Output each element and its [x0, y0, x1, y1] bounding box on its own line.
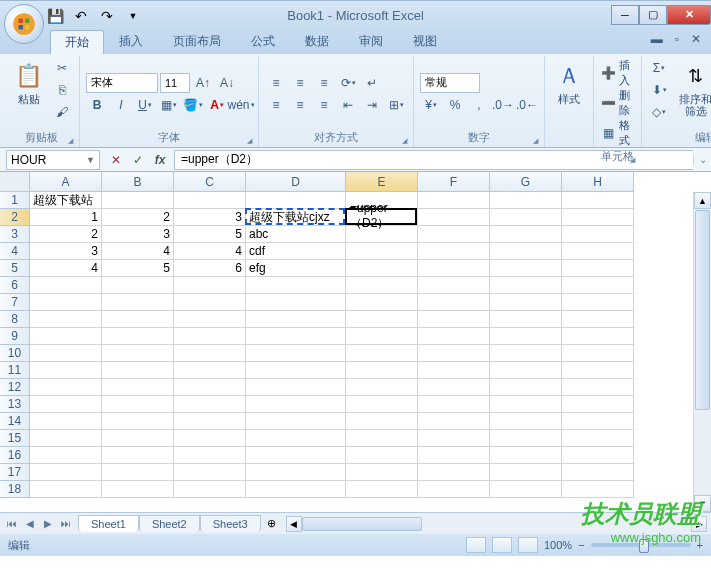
- cell-D8[interactable]: [246, 311, 346, 328]
- cell-D1[interactable]: [246, 192, 346, 209]
- cell-E7[interactable]: [346, 294, 418, 311]
- cell-C10[interactable]: [174, 345, 246, 362]
- cell-D6[interactable]: [246, 277, 346, 294]
- comma-format-icon[interactable]: ,: [468, 95, 490, 115]
- page-layout-view-icon[interactable]: [492, 537, 512, 553]
- align-top-icon[interactable]: ≡: [265, 73, 287, 93]
- row-header-10[interactable]: 10: [0, 345, 30, 362]
- row-header-3[interactable]: 3: [0, 226, 30, 243]
- cell-F7[interactable]: [418, 294, 490, 311]
- cell-C2[interactable]: 3: [174, 209, 246, 226]
- cell-B14[interactable]: [102, 413, 174, 430]
- increase-font-icon[interactable]: A↑: [192, 73, 214, 93]
- row-header-7[interactable]: 7: [0, 294, 30, 311]
- undo-icon[interactable]: ↶: [70, 5, 92, 27]
- cell-F16[interactable]: [418, 447, 490, 464]
- cell-G8[interactable]: [490, 311, 562, 328]
- cell-E2[interactable]: =upper（D2）: [346, 209, 418, 226]
- autosum-icon[interactable]: Σ: [648, 58, 670, 78]
- cell-B11[interactable]: [102, 362, 174, 379]
- row-header-6[interactable]: 6: [0, 277, 30, 294]
- cell-A6[interactable]: [30, 277, 102, 294]
- row-header-5[interactable]: 5: [0, 260, 30, 277]
- cell-B9[interactable]: [102, 328, 174, 345]
- cell-F1[interactable]: [418, 192, 490, 209]
- cell-F11[interactable]: [418, 362, 490, 379]
- fill-icon[interactable]: ⬇: [648, 80, 670, 100]
- cell-E11[interactable]: [346, 362, 418, 379]
- percent-format-icon[interactable]: %: [444, 95, 466, 115]
- paste-button[interactable]: 📋 粘贴: [10, 58, 47, 108]
- row-header-17[interactable]: 17: [0, 464, 30, 481]
- cell-D15[interactable]: [246, 430, 346, 447]
- cell-F8[interactable]: [418, 311, 490, 328]
- sheet-tab-3[interactable]: Sheet3: [200, 515, 261, 532]
- cell-D13[interactable]: [246, 396, 346, 413]
- cell-C18[interactable]: [174, 481, 246, 498]
- scroll-right-icon[interactable]: ▶: [691, 516, 707, 532]
- zoom-level[interactable]: 100%: [544, 539, 572, 551]
- cell-A16[interactable]: [30, 447, 102, 464]
- cell-H9[interactable]: [562, 328, 634, 345]
- cell-E17[interactable]: [346, 464, 418, 481]
- align-right-icon[interactable]: ≡: [313, 95, 335, 115]
- scroll-up-icon[interactable]: ▲: [694, 192, 711, 209]
- cell-G6[interactable]: [490, 277, 562, 294]
- cell-B13[interactable]: [102, 396, 174, 413]
- cell-G15[interactable]: [490, 430, 562, 447]
- cell-A4[interactable]: 3: [30, 243, 102, 260]
- cell-E15[interactable]: [346, 430, 418, 447]
- cut-icon[interactable]: ✂: [51, 58, 73, 78]
- cell-E5[interactable]: [346, 260, 418, 277]
- cell-D11[interactable]: [246, 362, 346, 379]
- cell-B7[interactable]: [102, 294, 174, 311]
- cell-E9[interactable]: [346, 328, 418, 345]
- cell-H4[interactable]: [562, 243, 634, 260]
- minimize-ribbon-icon[interactable]: ▬: [647, 32, 667, 46]
- column-header-D[interactable]: D: [246, 172, 346, 192]
- tab-review[interactable]: 审阅: [344, 29, 398, 54]
- zoom-in-icon[interactable]: +: [697, 539, 703, 551]
- bold-button[interactable]: B: [86, 95, 108, 115]
- row-header-8[interactable]: 8: [0, 311, 30, 328]
- align-left-icon[interactable]: ≡: [265, 95, 287, 115]
- row-header-11[interactable]: 11: [0, 362, 30, 379]
- align-middle-icon[interactable]: ≡: [289, 73, 311, 93]
- cell-H8[interactable]: [562, 311, 634, 328]
- cell-E16[interactable]: [346, 447, 418, 464]
- sheet-nav-last-icon[interactable]: ⏭: [58, 516, 74, 532]
- cell-G2[interactable]: [490, 209, 562, 226]
- tab-formulas[interactable]: 公式: [236, 29, 290, 54]
- decrease-decimal-icon[interactable]: .0←: [516, 95, 538, 115]
- font-name-combo[interactable]: 宋体: [86, 73, 158, 93]
- cell-B5[interactable]: 5: [102, 260, 174, 277]
- cell-C15[interactable]: [174, 430, 246, 447]
- cell-D18[interactable]: [246, 481, 346, 498]
- decrease-indent-icon[interactable]: ⇤: [337, 95, 359, 115]
- cell-F2[interactable]: [418, 209, 490, 226]
- name-box-dropdown-icon[interactable]: ▼: [86, 155, 95, 165]
- cell-B16[interactable]: [102, 447, 174, 464]
- cell-G9[interactable]: [490, 328, 562, 345]
- cell-G14[interactable]: [490, 413, 562, 430]
- row-header-9[interactable]: 9: [0, 328, 30, 345]
- cell-H18[interactable]: [562, 481, 634, 498]
- cell-H1[interactable]: [562, 192, 634, 209]
- cell-A18[interactable]: [30, 481, 102, 498]
- decrease-font-icon[interactable]: A↓: [216, 73, 238, 93]
- sheet-tab-2[interactable]: Sheet2: [139, 515, 200, 532]
- cell-E14[interactable]: [346, 413, 418, 430]
- cell-B6[interactable]: [102, 277, 174, 294]
- cell-H13[interactable]: [562, 396, 634, 413]
- column-header-F[interactable]: F: [418, 172, 490, 192]
- accounting-format-icon[interactable]: ¥: [420, 95, 442, 115]
- cell-F10[interactable]: [418, 345, 490, 362]
- font-color-button[interactable]: A: [206, 95, 228, 115]
- cell-D5[interactable]: efg: [246, 260, 346, 277]
- cell-D10[interactable]: [246, 345, 346, 362]
- cell-E3[interactable]: [346, 226, 418, 243]
- format-painter-icon[interactable]: 🖌: [51, 102, 73, 122]
- cell-H17[interactable]: [562, 464, 634, 481]
- cell-F12[interactable]: [418, 379, 490, 396]
- cell-C4[interactable]: 4: [174, 243, 246, 260]
